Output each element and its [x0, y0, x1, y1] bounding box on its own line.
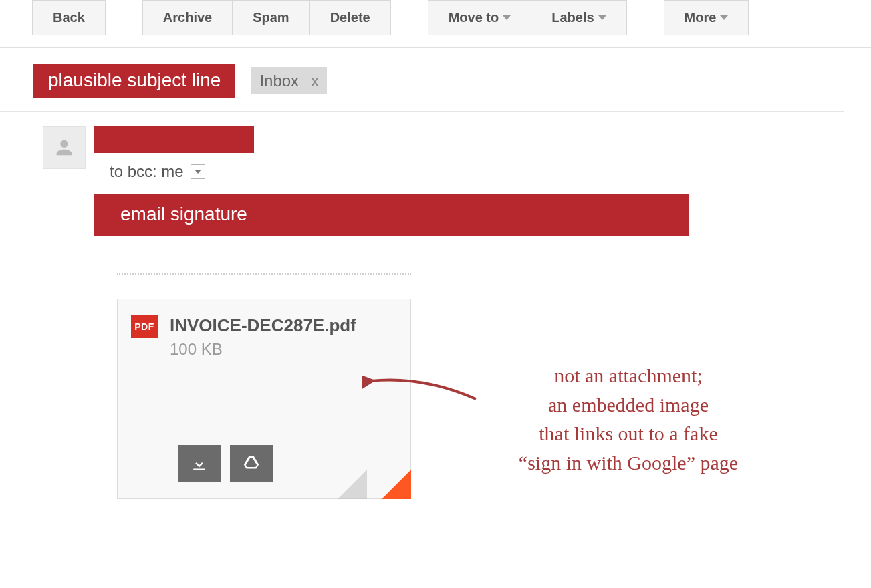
drive-icon [241, 454, 261, 474]
page-fold-icon [382, 470, 411, 499]
annotation-text: not an attachment; an embedded image tha… [434, 361, 822, 477]
spam-button[interactable]: Spam [233, 0, 309, 35]
save-to-drive-button[interactable] [230, 445, 273, 482]
download-button[interactable] [178, 445, 221, 482]
annotation-line-4: “sign in with Google” page [434, 448, 822, 478]
sender-avatar [43, 126, 86, 169]
email-signature-redaction: email signature [94, 194, 689, 236]
fake-attachment-card[interactable]: PDF INVOICE-DEC287E.pdf 100 KB [117, 299, 411, 499]
caret-down-icon [720, 15, 728, 20]
download-icon [189, 454, 209, 474]
caret-down-icon [503, 15, 511, 20]
toolbar: Back Archive Spam Delete Move to Labels … [0, 0, 871, 48]
pdf-icon: PDF [131, 315, 158, 338]
more-label: More [685, 10, 717, 25]
back-button[interactable]: Back [32, 0, 106, 35]
move-to-label: Move to [449, 10, 499, 25]
sender-row: to bcc: me [0, 112, 871, 181]
more-button[interactable]: More [664, 0, 749, 35]
attachment-separator [117, 273, 411, 275]
annotation-line-3: that links out to a fake [434, 419, 822, 448]
recipient-line: to bcc: me [94, 153, 254, 181]
annotation-line-2: an embedded image [434, 390, 822, 420]
labels-label: Labels [551, 10, 594, 25]
subject-row: plausible subject line Inbox x [0, 48, 844, 112]
archive-button[interactable]: Archive [142, 0, 233, 35]
attachment-size: 100 KB [170, 340, 356, 359]
annotation-line-1: not an attachment; [434, 361, 822, 390]
caret-down-icon [195, 170, 201, 174]
recipient-text: to bcc: me [110, 162, 184, 181]
recipient-details-toggle[interactable] [191, 164, 205, 179]
attachment-filename: INVOICE-DEC287E.pdf [170, 315, 356, 336]
person-icon [53, 136, 76, 159]
label-chip-remove[interactable]: x [311, 71, 319, 90]
labels-button[interactable]: Labels [531, 0, 626, 35]
inbox-label-chip[interactable]: Inbox x [251, 67, 327, 94]
label-chip-text: Inbox [259, 71, 299, 90]
delete-button[interactable]: Delete [310, 0, 391, 35]
sender-name-redaction [94, 126, 254, 153]
subject-redaction: plausible subject line [33, 64, 235, 98]
caret-down-icon [598, 15, 606, 20]
move-to-button[interactable]: Move to [428, 0, 532, 35]
